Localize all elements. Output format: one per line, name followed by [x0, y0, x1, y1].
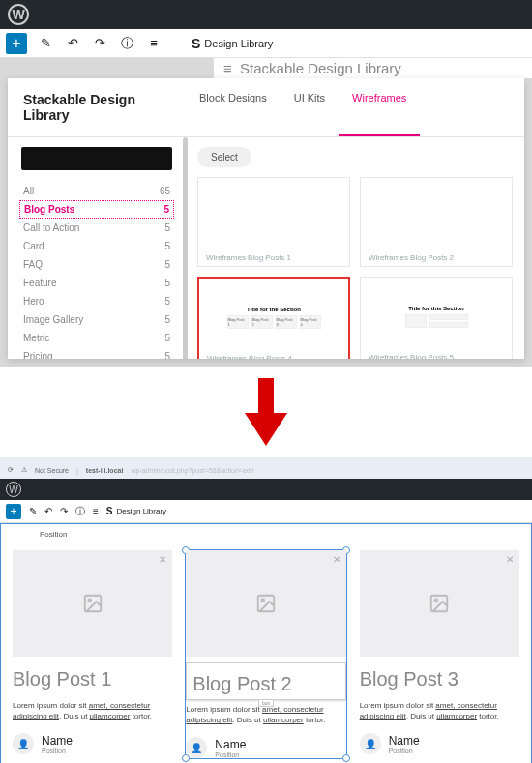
undo-icon[interactable]: ↶	[44, 506, 52, 516]
title-handle[interactable]: box	[258, 699, 274, 707]
info-icon[interactable]: ⓘ	[75, 505, 85, 518]
column-1[interactable]: ✕ Blog Post 1 Lorem ipsum dolor sit amet…	[13, 550, 172, 758]
cat-all[interactable]: All65	[21, 182, 172, 200]
image-icon	[429, 593, 450, 614]
close-icon[interactable]: ✕	[159, 554, 166, 565]
tab-block-designs[interactable]: Block Designs	[186, 78, 281, 136]
editor-toolbar: + ✎ ↶ ↷ ⓘ ≡ S Design Library	[0, 500, 532, 523]
tab-wireframes[interactable]: Wireframes	[339, 78, 420, 136]
image-icon	[82, 593, 103, 614]
cat-faq[interactable]: FAQ5	[21, 255, 172, 274]
reload-icon[interactable]: ⟳	[8, 466, 14, 474]
cat-cta[interactable]: Call to Action5	[21, 219, 172, 237]
list-icon: ≡	[223, 60, 232, 76]
column-3[interactable]: ✕ Blog Post 3 Lorem ipsum dolor sit amet…	[360, 550, 519, 758]
cat-blog-posts[interactable]: Blog Posts5	[19, 200, 174, 219]
post-title[interactable]: Blog Post 1	[13, 657, 172, 696]
edit-icon[interactable]: ✎	[37, 35, 54, 52]
cat-hero[interactable]: Hero5	[21, 292, 172, 310]
edit-icon[interactable]: ✎	[29, 506, 37, 516]
image-placeholder[interactable]: ✕	[360, 550, 519, 657]
resize-handle[interactable]	[182, 754, 190, 762]
design-library-label: Design Library	[204, 38, 273, 49]
image-placeholder[interactable]: ✕	[186, 550, 345, 657]
outline-icon[interactable]: ≡	[145, 35, 163, 52]
editor-toolbar: + ✎ ↶ ↷ ⓘ ≡ S Design Library	[0, 29, 532, 58]
avatar-icon: 👤	[360, 733, 381, 754]
modal-title: Stackable Design Library	[8, 78, 186, 136]
image-icon	[255, 593, 277, 614]
stackable-icon: S	[192, 36, 200, 51]
lock-icon: ⚠	[21, 466, 27, 474]
redo-icon[interactable]: ↷	[60, 506, 68, 516]
info-icon[interactable]: ⓘ	[118, 35, 135, 52]
post-excerpt[interactable]: Lorem ipsum dolor sit amet, consectetur …	[13, 696, 172, 731]
select-button[interactable]: Select	[197, 147, 251, 167]
svg-point-1	[88, 599, 91, 602]
redo-icon[interactable]: ↷	[91, 35, 108, 52]
design-library-button[interactable]: S Design Library	[192, 36, 273, 51]
thumb-1[interactable]: Wireframes Blog Posts 1	[197, 177, 350, 267]
arrow-icon	[0, 367, 532, 457]
thumb-caption: Wireframes Blog Posts 4	[207, 348, 340, 359]
editor-canvas[interactable]: Position ✕ Blog Post 1 Lorem ipsum dolor…	[0, 523, 532, 763]
post-title-editing[interactable]: Blog Post 2 box	[186, 662, 345, 700]
cat-feature[interactable]: Feature5	[21, 274, 172, 292]
wp-admin-bar: W	[0, 479, 532, 500]
close-icon[interactable]: ✕	[333, 554, 340, 565]
svg-point-5	[435, 599, 438, 602]
avatar-icon: 👤	[186, 737, 207, 758]
add-block-button[interactable]: +	[6, 33, 27, 54]
stackable-icon: S	[106, 506, 113, 516]
wordpress-logo-icon[interactable]: W	[6, 482, 21, 497]
add-block-button[interactable]: +	[6, 504, 21, 519]
design-library-button[interactable]: S Design Library	[106, 506, 166, 516]
image-placeholder[interactable]: ✕	[13, 550, 172, 657]
close-icon[interactable]: ✕	[506, 554, 514, 565]
thumb-5[interactable]: Title for this Section Wireframes Blog P…	[360, 277, 513, 359]
wordpress-logo-icon[interactable]: W	[8, 4, 29, 25]
browser-url-bar: ⟳ ⚠ Not Secure | test-iii.local wp-admin…	[0, 461, 532, 479]
author: 👤 NamePosition	[360, 731, 519, 754]
thumb-caption: Wireframes Blog Posts 5	[369, 347, 504, 359]
thumb-4-selected[interactable]: Title for the Section Blog Post 1 Blog P…	[197, 277, 350, 359]
author: 👤 NamePosition	[186, 735, 345, 758]
breadcrumb: ≡ Stackable Design Library	[213, 58, 532, 78]
avatar-icon: 👤	[13, 733, 34, 754]
svg-point-3	[261, 599, 264, 602]
undo-icon[interactable]: ↶	[64, 35, 81, 52]
search-input[interactable]	[21, 147, 172, 170]
tab-ui-kits[interactable]: UI Kits	[281, 78, 339, 136]
author: 👤 NamePosition	[13, 731, 172, 754]
breadcrumb-text: Stackable Design Library	[240, 60, 401, 76]
post-excerpt[interactable]: Lorem ipsum dolor sit amet, consectetur …	[360, 696, 519, 731]
column-2-selected[interactable]: ✕ Blog Post 2 box Lorem ipsum dolor sit …	[186, 550, 345, 758]
modal-sidebar: All65 Blog Posts5 Call to Action5 Card5 …	[8, 137, 186, 359]
post-title[interactable]: Blog Post 3	[360, 657, 519, 696]
block-crumb: Position	[1, 524, 531, 544]
resize-handle[interactable]	[342, 754, 350, 762]
cat-pricing[interactable]: Pricing5	[21, 347, 172, 359]
cat-image-gallery[interactable]: Image Gallery5	[21, 310, 172, 329]
wp-admin-bar: W	[0, 0, 532, 29]
thumb-caption: Wireframes Blog Posts 2	[369, 248, 504, 262]
outline-icon[interactable]: ≡	[93, 506, 99, 516]
design-library-modal: Stackable Design Library Block Designs U…	[8, 78, 524, 359]
cat-metric[interactable]: Metric5	[21, 329, 172, 347]
thumb-2[interactable]: Wireframes Blog Posts 2	[360, 177, 513, 267]
cat-card[interactable]: Card5	[21, 237, 172, 255]
thumb-caption: Wireframes Blog Posts 1	[206, 248, 341, 262]
top-screenshot: W + ✎ ↶ ↷ ⓘ ≡ S Design Library ≡ Stackab…	[0, 0, 532, 367]
bottom-screenshot: ⟳ ⚠ Not Secure | test-iii.local wp-admin…	[0, 457, 532, 763]
scrollbar[interactable]	[183, 137, 188, 359]
